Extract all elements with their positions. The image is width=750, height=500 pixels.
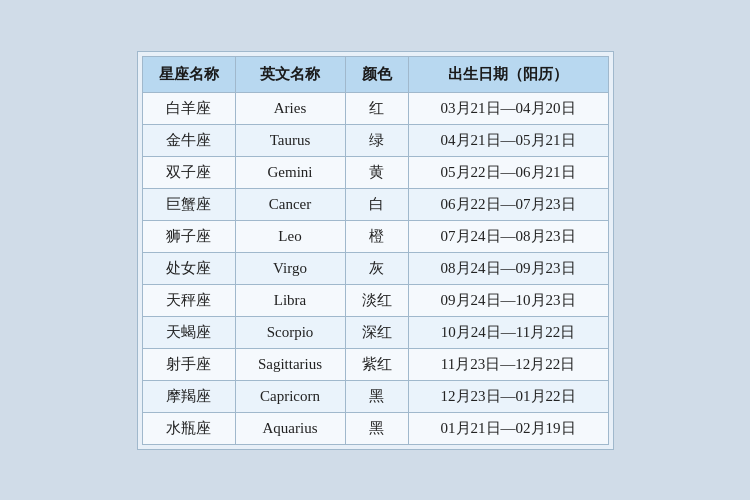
cell-dates: 12月23日—01月22日 [408,380,608,412]
cell-dates: 08月24日—09月23日 [408,252,608,284]
cell-dates: 06月22日—07月23日 [408,188,608,220]
cell-chinese: 天蝎座 [142,316,235,348]
cell-english: Gemini [235,156,345,188]
cell-english: Virgo [235,252,345,284]
cell-chinese: 双子座 [142,156,235,188]
cell-chinese: 金牛座 [142,124,235,156]
cell-chinese: 水瓶座 [142,412,235,444]
zodiac-table-container: 星座名称 英文名称 颜色 出生日期（阳历） 白羊座Aries红03月21日—04… [137,51,614,450]
table-row: 天秤座Libra淡红09月24日—10月23日 [142,284,608,316]
table-row: 狮子座Leo橙07月24日—08月23日 [142,220,608,252]
table-row: 处女座Virgo灰08月24日—09月23日 [142,252,608,284]
cell-color: 绿 [345,124,408,156]
cell-dates: 01月21日—02月19日 [408,412,608,444]
table-row: 双子座Gemini黄05月22日—06月21日 [142,156,608,188]
cell-color: 红 [345,92,408,124]
cell-dates: 07月24日—08月23日 [408,220,608,252]
cell-dates: 10月24日—11月22日 [408,316,608,348]
table-row: 金牛座Taurus绿04月21日—05月21日 [142,124,608,156]
cell-english: Aries [235,92,345,124]
table-row: 天蝎座Scorpio深红10月24日—11月22日 [142,316,608,348]
table-row: 巨蟹座Cancer白06月22日—07月23日 [142,188,608,220]
cell-english: Sagittarius [235,348,345,380]
cell-color: 淡红 [345,284,408,316]
cell-color: 白 [345,188,408,220]
cell-chinese: 天秤座 [142,284,235,316]
cell-color: 紫红 [345,348,408,380]
table-header-row: 星座名称 英文名称 颜色 出生日期（阳历） [142,56,608,92]
cell-chinese: 摩羯座 [142,380,235,412]
cell-color: 橙 [345,220,408,252]
cell-chinese: 白羊座 [142,92,235,124]
cell-dates: 05月22日—06月21日 [408,156,608,188]
table-row: 水瓶座Aquarius黑01月21日—02月19日 [142,412,608,444]
header-chinese: 星座名称 [142,56,235,92]
cell-color: 深红 [345,316,408,348]
cell-english: Leo [235,220,345,252]
zodiac-table: 星座名称 英文名称 颜色 出生日期（阳历） 白羊座Aries红03月21日—04… [142,56,609,445]
header-date: 出生日期（阳历） [408,56,608,92]
cell-english: Libra [235,284,345,316]
cell-english: Aquarius [235,412,345,444]
cell-dates: 09月24日—10月23日 [408,284,608,316]
header-english: 英文名称 [235,56,345,92]
cell-chinese: 巨蟹座 [142,188,235,220]
cell-color: 黄 [345,156,408,188]
cell-chinese: 射手座 [142,348,235,380]
cell-english: Capricorn [235,380,345,412]
cell-color: 黑 [345,380,408,412]
cell-dates: 04月21日—05月21日 [408,124,608,156]
cell-chinese: 处女座 [142,252,235,284]
cell-english: Taurus [235,124,345,156]
cell-english: Cancer [235,188,345,220]
cell-chinese: 狮子座 [142,220,235,252]
cell-color: 灰 [345,252,408,284]
header-color: 颜色 [345,56,408,92]
cell-dates: 11月23日—12月22日 [408,348,608,380]
cell-english: Scorpio [235,316,345,348]
table-row: 白羊座Aries红03月21日—04月20日 [142,92,608,124]
table-row: 射手座Sagittarius紫红11月23日—12月22日 [142,348,608,380]
cell-dates: 03月21日—04月20日 [408,92,608,124]
table-row: 摩羯座Capricorn黑12月23日—01月22日 [142,380,608,412]
cell-color: 黑 [345,412,408,444]
